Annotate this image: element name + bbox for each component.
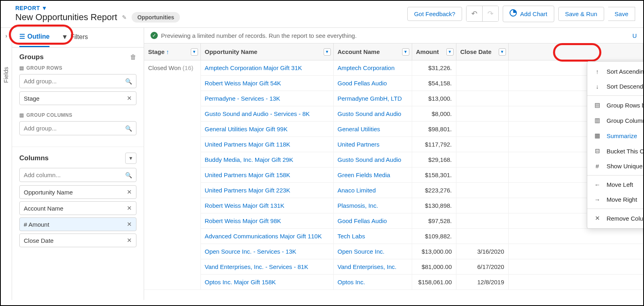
- arrow-right-icon: →: [594, 196, 601, 203]
- group-rows-input[interactable]: 🔍: [19, 74, 136, 88]
- cell-opportunity-name[interactable]: Robert Weiss Major Gift 131K: [200, 198, 333, 213]
- cell-account-name[interactable]: Tech Labs: [333, 229, 412, 244]
- cell-close-date: [456, 91, 508, 106]
- menu-summarize[interactable]: ▦Summarize ▸: [587, 128, 643, 143]
- cell-account-name[interactable]: Amptech Corporation: [333, 60, 412, 76]
- column-chip-opportunity-name[interactable]: Opportunity Name✕: [19, 185, 136, 199]
- remove-icon[interactable]: ✕: [127, 237, 132, 244]
- cell-account-name[interactable]: Permadyne GmbH, LTD: [333, 91, 412, 106]
- dropdown-icon[interactable]: ▼: [324, 48, 331, 56]
- cell-account-name[interactable]: General Utilities: [333, 122, 412, 137]
- cell-account-name[interactable]: Optos Inc.: [333, 275, 412, 290]
- cell-opportunity-name[interactable]: Advanced Communications Major Gift 110K: [200, 229, 333, 244]
- cell-opportunity-name[interactable]: Vand Enterprises, Inc. - Services - 81K: [200, 259, 333, 275]
- col-header-close-date[interactable]: Close Date ▼: [456, 43, 508, 60]
- table-row: Permadyne - Services - 13KPermadyne GmbH…: [144, 91, 643, 106]
- table-columns-icon: ▥: [594, 117, 601, 124]
- cell-opportunity-name[interactable]: Amptech Corporation Major Gift 31K: [200, 60, 333, 76]
- cell-account-name[interactable]: Gusto Sound and Audio: [333, 152, 412, 167]
- cell-opportunity-name[interactable]: United Partners Major Gift 223K: [200, 183, 333, 198]
- menu-bucket[interactable]: ⊟Bucket This Column: [587, 143, 643, 159]
- dropdown-icon[interactable]: ▼: [402, 48, 409, 56]
- feedback-button[interactable]: Got Feedback?: [407, 7, 462, 21]
- cell-opportunity-name[interactable]: Optos Inc. Major Gift 158K: [200, 275, 333, 290]
- save-run-button[interactable]: Save & Run: [558, 7, 604, 21]
- add-column-input[interactable]: 🔍: [19, 168, 136, 182]
- group-cols-text-input[interactable]: [24, 125, 125, 132]
- cell-amount: $130,898.: [412, 198, 456, 213]
- column-chip-close-date[interactable]: Close Date✕: [19, 234, 136, 247]
- cell-amount: $13,000.: [412, 91, 456, 106]
- cell-account-name[interactable]: Anaco Limited: [333, 183, 412, 198]
- tab-filters[interactable]: ▼ Filters: [62, 33, 88, 47]
- table-row: Robert Weiss Major Gift 98KGood Fellas A…: [144, 213, 643, 229]
- pencil-icon[interactable]: ✎: [122, 14, 127, 21]
- cell-amount: $98,801.: [412, 122, 456, 137]
- add-chart-button[interactable]: Add Chart: [503, 6, 554, 22]
- cell-opportunity-name[interactable]: General Utilities Major Gift 99K: [200, 122, 333, 137]
- table-row: Closed Won (16)Amptech Corporation Major…: [144, 60, 643, 76]
- cell-opportunity-name[interactable]: Open Source Inc. - Services - 13K: [200, 244, 333, 259]
- menu-remove-col[interactable]: ✕Remove Column: [587, 211, 643, 226]
- menu-unique[interactable]: #Show Unique Count: [587, 159, 643, 174]
- col-header-opportunity-name[interactable]: Opportunity Name ▼: [200, 43, 333, 60]
- remove-icon[interactable]: ✕: [127, 205, 132, 212]
- add-column-text-input[interactable]: [24, 172, 125, 178]
- columns-title: Columns: [19, 154, 49, 162]
- remove-icon[interactable]: ✕: [127, 221, 132, 228]
- group-rows-label: ▤ GROUP ROWS: [19, 65, 136, 71]
- cell-amount: $117,792.: [412, 137, 456, 152]
- report-type-label[interactable]: REPORT ▼: [15, 5, 180, 11]
- remove-icon[interactable]: ✕: [127, 95, 132, 102]
- tab-outline[interactable]: ☰ Outline: [19, 33, 50, 47]
- data-grid: Stage↑ ▼ Opportunity Name ▼ Account Name…: [144, 43, 643, 290]
- cell-opportunity-name[interactable]: United Partners Major Gift 118K: [200, 137, 333, 152]
- table-row: Open Source Inc. - Services - 13KOpen So…: [144, 244, 643, 259]
- column-chip-account-name[interactable]: Account Name✕: [19, 201, 136, 215]
- cell-account-name[interactable]: Plasmosis, Inc.: [333, 198, 412, 213]
- group-cols-input[interactable]: 🔍: [19, 121, 136, 135]
- cell-opportunity-name[interactable]: Gusto Sound and Audio - Services - 8K: [200, 106, 333, 122]
- menu-sort-desc[interactable]: ↓Sort Descending: [587, 79, 643, 94]
- cell-amount: $158,061.00: [412, 275, 456, 290]
- menu-group-cols[interactable]: ▥Group Columns by This Field: [587, 113, 643, 128]
- cell-opportunity-name[interactable]: Robert Weiss Major Gift 54K: [200, 76, 333, 91]
- cell-account-name[interactable]: United Partners: [333, 137, 412, 152]
- column-chip-amount[interactable]: # Amount✕: [19, 217, 136, 231]
- menu-move-right[interactable]: →Move Right: [587, 192, 643, 207]
- preview-message-bar: ✓ Previewing a limited number of records…: [144, 28, 643, 43]
- dropdown-icon[interactable]: ▼: [499, 48, 506, 56]
- redo-button[interactable]: ↷: [483, 6, 498, 21]
- undo-redo-group: ↶ ↷: [466, 6, 499, 22]
- trash-icon[interactable]: 🗑: [130, 54, 136, 61]
- cell-opportunity-name[interactable]: Permadyne - Services - 13K: [200, 91, 333, 106]
- save-button[interactable]: Save: [608, 7, 635, 21]
- menu-move-left[interactable]: ←Move Left: [587, 177, 643, 192]
- cell-account-name[interactable]: Vand Enterprises, Inc.: [333, 259, 412, 275]
- cell-opportunity-name[interactable]: Buddy Media, Inc. Major Gift 29K: [200, 152, 333, 167]
- update-preview-button[interactable]: U: [632, 32, 637, 39]
- cell-amount: $97,528.: [412, 213, 456, 229]
- columns-dropdown-button[interactable]: ▼: [125, 153, 136, 164]
- menu-group-rows[interactable]: ▤Group Rows by This Field: [587, 97, 643, 113]
- col-header-amount[interactable]: Amount ▼: [412, 43, 456, 60]
- cell-close-date: 6/17/2020: [456, 259, 508, 275]
- group-rows-text-input[interactable]: [24, 78, 125, 85]
- cell-account-name[interactable]: Open Source Inc.: [333, 244, 412, 259]
- cell-close-date: [456, 60, 508, 76]
- cell-account-name[interactable]: Green Fields Media: [333, 167, 412, 183]
- remove-icon[interactable]: ✕: [127, 188, 132, 196]
- cell-account-name[interactable]: Good Fellas Audio: [333, 76, 412, 91]
- dropdown-icon[interactable]: ▼: [191, 48, 198, 56]
- col-header-account-name[interactable]: Account Name ▼: [333, 43, 412, 60]
- cell-account-name[interactable]: Gusto Sound and Audio: [333, 106, 412, 122]
- cell-opportunity-name[interactable]: Robert Weiss Major Gift 98K: [200, 213, 333, 229]
- menu-sort-asc[interactable]: ↑Sort Ascending: [587, 64, 643, 79]
- col-header-stage[interactable]: Stage↑ ▼: [144, 43, 200, 60]
- group-row-chip-stage[interactable]: Stage ✕: [19, 91, 136, 105]
- entity-pill[interactable]: Opportunities: [132, 12, 180, 23]
- cell-opportunity-name[interactable]: United Partners Major Gift 158K: [200, 167, 333, 183]
- cell-account-name[interactable]: Good Fellas Audio: [333, 213, 412, 229]
- dropdown-icon[interactable]: ▼: [446, 48, 454, 56]
- undo-button[interactable]: ↶: [466, 6, 483, 21]
